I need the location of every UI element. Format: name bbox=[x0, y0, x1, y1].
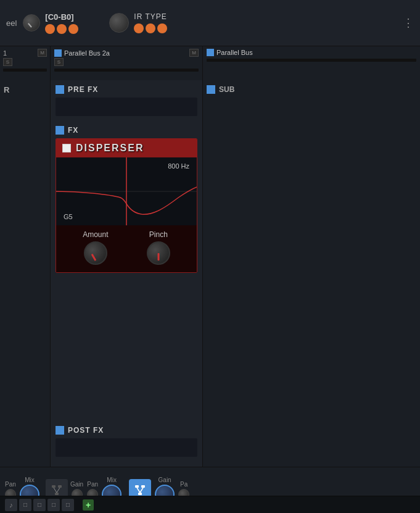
svg-line-3 bbox=[54, 488, 57, 493]
pan-partial-label: Pa bbox=[180, 481, 187, 488]
solo-btn-partial[interactable]: S bbox=[3, 58, 12, 66]
ir-type-row: IR TYPE bbox=[109, 12, 167, 33]
sub-label: SUB bbox=[219, 85, 234, 94]
channel-bar-partial bbox=[3, 69, 47, 72]
mix-label-2: Mix bbox=[107, 477, 117, 483]
bottom-toolbar: ♪ □ □ □ □ + bbox=[0, 496, 420, 513]
mix-label-1: Mix bbox=[25, 477, 35, 483]
right-section-header: SUB bbox=[207, 85, 416, 94]
bus2a-level bbox=[54, 69, 199, 72]
pre-fx-color bbox=[56, 85, 64, 94]
post-fx-color bbox=[56, 426, 64, 435]
disperser-plugin: DISPERSER 800 Hz G5 bbox=[56, 138, 197, 273]
right-panel: SUB bbox=[203, 80, 420, 467]
bus-right-top: Parallel Bus bbox=[207, 49, 416, 56]
middle-panel: PRE FX FX DISPERSER 800 Hz G bbox=[51, 80, 203, 467]
disperser-graph: 800 Hz G5 bbox=[56, 157, 197, 225]
bus2a-color bbox=[54, 49, 62, 57]
svg-line-4 bbox=[57, 488, 60, 493]
main-content: R PRE FX FX DISPE bbox=[0, 80, 420, 467]
svg-line-8 bbox=[137, 488, 140, 493]
toolbar-box-icon-4[interactable]: □ bbox=[62, 499, 74, 511]
post-fx-label: POST FX bbox=[68, 426, 104, 435]
graph-hz-label: 800 Hz bbox=[168, 162, 189, 170]
color-btn-3[interactable] bbox=[68, 24, 78, 34]
disperser-controls: Amount Pinch bbox=[56, 225, 197, 272]
left-section-header: R bbox=[4, 85, 46, 94]
channel-top-partial: 1 M bbox=[3, 49, 47, 57]
pre-fx-content bbox=[56, 98, 197, 116]
pan-label-2: Pan bbox=[87, 481, 98, 488]
pinch-label: Pinch bbox=[149, 230, 168, 239]
disperser-title: DISPERSER bbox=[76, 143, 144, 154]
channel-s-row: S bbox=[3, 58, 47, 66]
color-btn-1[interactable] bbox=[45, 24, 55, 34]
fx-section: FX DISPERSER 800 Hz G5 bbox=[56, 126, 197, 273]
bus-right-name-row: Parallel Bus bbox=[207, 49, 253, 56]
bus-right-level bbox=[207, 59, 416, 62]
partial-channel-num: 1 bbox=[3, 49, 7, 57]
left-panel-content bbox=[4, 98, 46, 172]
svg-rect-7 bbox=[138, 493, 142, 495]
bus-right-color bbox=[207, 49, 214, 56]
ir-type-section: IR TYPE bbox=[109, 12, 167, 33]
pinch-knob[interactable] bbox=[147, 241, 170, 265]
left-panel: R bbox=[0, 80, 51, 467]
mute-btn-partial[interactable]: M bbox=[38, 49, 47, 57]
channel-label: [C0-B0] bbox=[45, 12, 78, 22]
ir-label-group: IR TYPE bbox=[134, 12, 167, 33]
color-btn-2[interactable] bbox=[57, 24, 67, 34]
post-fx-content bbox=[56, 438, 197, 457]
bus2a-s-row: S bbox=[54, 58, 199, 66]
ir-color-btn-3[interactable] bbox=[157, 23, 167, 33]
fx-label: FX bbox=[68, 126, 78, 135]
menu-dots[interactable]: ⋮ bbox=[403, 16, 414, 30]
amount-label: Amount bbox=[83, 230, 108, 239]
bus2a-label: Parallel Bus 2a bbox=[64, 49, 110, 57]
sub-color-box bbox=[207, 85, 215, 94]
ir-color-buttons bbox=[134, 23, 167, 33]
post-fx-section: POST FX bbox=[56, 426, 197, 462]
channel-cell-bus2a: Parallel Bus 2a M S bbox=[51, 46, 203, 80]
pinch-control: Pinch bbox=[147, 230, 170, 265]
channel-color-buttons bbox=[45, 24, 78, 34]
toolbar-add-button[interactable]: + bbox=[83, 499, 94, 511]
svg-rect-2 bbox=[55, 493, 59, 495]
cut-off-label: eel bbox=[6, 19, 17, 28]
gain-label-2: Gain bbox=[159, 477, 171, 483]
top-bar: eel [C0-B0] IR TYPE ⋮ bbox=[0, 0, 420, 46]
pre-fx-header: PRE FX bbox=[56, 85, 197, 94]
svg-line-9 bbox=[140, 488, 143, 493]
right-panel-content bbox=[207, 98, 416, 172]
disperser-header: DISPERSER bbox=[56, 139, 197, 157]
amount-knob[interactable] bbox=[84, 241, 107, 265]
amount-control: Amount bbox=[83, 230, 108, 265]
ir-color-btn-1[interactable] bbox=[134, 23, 144, 33]
svg-rect-1 bbox=[58, 485, 62, 488]
svg-rect-6 bbox=[141, 485, 145, 488]
gain-label-1: Gain bbox=[70, 481, 83, 488]
toolbar-music-icon[interactable]: ♪ bbox=[5, 499, 17, 511]
knob-indicator bbox=[28, 23, 32, 27]
toolbar-box-icon-1[interactable]: □ bbox=[19, 499, 31, 511]
toolbar-box-icon-2[interactable]: □ bbox=[33, 499, 46, 511]
main-knob[interactable] bbox=[23, 14, 40, 31]
post-fx-header: POST FX bbox=[56, 426, 197, 435]
disperser-enable-checkbox[interactable] bbox=[62, 144, 71, 152]
bus2a-mute[interactable]: M bbox=[189, 49, 199, 57]
bus-right-label: Parallel Bus bbox=[216, 49, 253, 56]
network-icon bbox=[133, 483, 147, 497]
left-panel-label: R bbox=[4, 85, 9, 94]
bus2a-solo[interactable]: S bbox=[54, 58, 64, 66]
channels-row: 1 M S Parallel Bus 2a M S Parallel bbox=[0, 46, 420, 80]
pre-fx-section: PRE FX bbox=[56, 85, 197, 121]
ir-color-btn-2[interactable] bbox=[146, 23, 155, 33]
channel-btns-partial: M bbox=[38, 49, 47, 57]
svg-rect-0 bbox=[52, 485, 56, 488]
toolbar-box-icon-3[interactable]: □ bbox=[47, 499, 60, 511]
graph-note-label: G5 bbox=[64, 213, 73, 220]
ir-type-label: IR TYPE bbox=[134, 12, 167, 21]
fx-color bbox=[56, 126, 64, 135]
ir-knob[interactable] bbox=[109, 13, 129, 33]
channel-section: [C0-B0] bbox=[45, 12, 78, 34]
